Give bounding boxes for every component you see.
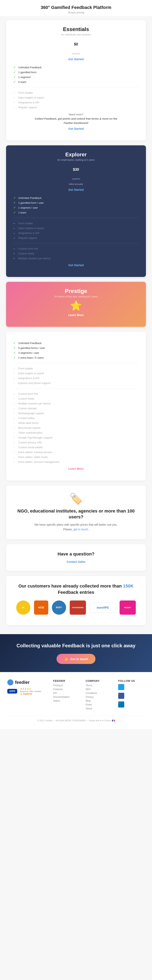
footer-social: 𝕏 f in bbox=[118, 684, 145, 708]
footer-nda-link[interactable]: NDA bbox=[86, 688, 112, 691]
feature-item: –White label forms bbox=[13, 420, 139, 425]
explorer-unchecked-features: –Form builder –Data insights & export –I… bbox=[13, 221, 139, 240]
feature-item: –Custom email details bbox=[13, 445, 139, 450]
footer-company-col: COMPANY Terms NDA Conditions Privacy Blo… bbox=[86, 679, 112, 711]
feature-item: –Form builder bbox=[13, 366, 139, 371]
dash-icon: – bbox=[13, 417, 17, 420]
dash-icon: – bbox=[13, 91, 17, 94]
check-icon: ✓ bbox=[13, 66, 17, 69]
get-in-touch-link[interactable]: get in touch. bbox=[73, 528, 89, 531]
footer-api-link[interactable]: API bbox=[53, 692, 80, 695]
social-proof-title: Our customers have already collected mor… bbox=[13, 583, 139, 596]
dash-icon: – bbox=[13, 252, 17, 255]
social-proof-section: Our customers have already collected mor… bbox=[6, 576, 146, 625]
dash-icon: – bbox=[13, 436, 17, 439]
footer-terms-link[interactable]: Terms bbox=[86, 684, 112, 687]
copyright-text: © 2021 Feedier — AN AVALAB'AR TRADEMARK … bbox=[37, 719, 115, 722]
footer-about-link[interactable]: About bbox=[86, 707, 112, 710]
footer-privacy-link[interactable]: Privacy bbox=[86, 695, 112, 698]
feature-item: –Express and phone support bbox=[13, 380, 139, 385]
price-symbol: $ bbox=[74, 42, 76, 46]
feature-item: ✓1 gamified form / user bbox=[13, 200, 139, 205]
dash-icon: – bbox=[13, 101, 17, 104]
explorer-subtitle: for small teams, starting at 2 users bbox=[13, 159, 139, 161]
feature-item: –Integrations & API bbox=[13, 375, 139, 380]
review-info: ★★★★★ Based on 100+ reviews ▲ Capterra bbox=[20, 687, 41, 695]
dash-icon: – bbox=[13, 381, 17, 385]
dash-icon: – bbox=[13, 455, 17, 458]
page-header: 360° Gamified Feedback Platform Simple p… bbox=[0, 0, 152, 16]
feature-item: ✓1 extra team / 5 users bbox=[13, 355, 139, 360]
dash-icon: – bbox=[13, 247, 17, 250]
footer-conditions-link[interactable]: Conditions bbox=[86, 692, 112, 695]
check-icon: ✓ bbox=[13, 206, 17, 209]
dash-icon: – bbox=[13, 96, 17, 99]
feature-item: –Multiple answers per device bbox=[13, 256, 139, 261]
logo-body: BODY bbox=[52, 600, 66, 615]
review-score: Based on 100+ reviews bbox=[20, 690, 41, 692]
feature-item: ✓3 segments / user bbox=[13, 350, 139, 355]
dash-icon: – bbox=[13, 257, 17, 260]
get-in-touch-button[interactable]: 👋 Get in touch bbox=[57, 654, 95, 664]
dash-icon: – bbox=[13, 450, 17, 454]
logo-text: feedier bbox=[15, 680, 30, 685]
footer-blog-link[interactable]: Blog bbox=[86, 699, 112, 702]
price-symbol: $ bbox=[73, 167, 75, 172]
feature-item: –Custom domain bbox=[13, 406, 139, 411]
footer-pricing-link[interactable]: Pricing & bbox=[53, 684, 80, 687]
ngo-icon: 🏷️ bbox=[13, 493, 139, 505]
capterra-label: ▲ Capterra bbox=[20, 692, 41, 695]
explorer-cta-top[interactable]: Get Started bbox=[13, 188, 139, 191]
stars: ★★★★★ bbox=[20, 687, 41, 690]
dash-icon: – bbox=[13, 377, 17, 380]
feature-item: –Multilanguage support bbox=[13, 411, 139, 415]
dash-icon: – bbox=[13, 367, 17, 370]
explorer-title: Explorer bbox=[13, 151, 139, 158]
essentials-price: $0 bbox=[13, 39, 139, 51]
linkedin-link[interactable]: in bbox=[118, 702, 124, 708]
cta-title: Collecting valuable Feedback is just one… bbox=[7, 642, 145, 649]
facebook-link[interactable]: f bbox=[118, 693, 124, 699]
twitter-link[interactable]: 𝕏 bbox=[118, 684, 124, 690]
footer-status-link[interactable]: Status bbox=[53, 699, 80, 702]
feature-item: –Regular support bbox=[13, 105, 139, 110]
essentials-subtitle: for individuals and students bbox=[13, 33, 139, 36]
footer-feedier-col: FEEDIER Pricing & Features API Documenta… bbox=[53, 679, 80, 711]
feature-item: –Custom fields bbox=[13, 396, 139, 401]
essentials-cta-bottom[interactable]: Get Started bbox=[13, 127, 139, 130]
footer-follow-title: FOLLOW US bbox=[118, 679, 145, 682]
dash-icon: – bbox=[13, 231, 17, 235]
essentials-period: user/mo bbox=[13, 52, 139, 55]
footer-features-link[interactable]: Features bbox=[53, 688, 80, 691]
feature-item: ✓1 segment bbox=[13, 75, 139, 80]
check-icon: ✓ bbox=[13, 211, 17, 214]
prestige-features-card: ✓Unlimited Feedback ✓5 gamified forms / … bbox=[6, 332, 146, 480]
check-icon: ✓ bbox=[13, 75, 17, 79]
footer-bottom: © 2021 Feedier — AN AVALAB'AR TRADEMARK … bbox=[7, 716, 145, 722]
check-icon: ✓ bbox=[13, 341, 17, 345]
page-title: 360° Gamified Feedback Platform bbox=[4, 5, 148, 10]
footer-rules-link[interactable]: Rules bbox=[86, 703, 112, 706]
explorer-cta-bottom[interactable]: Get Started bbox=[13, 264, 139, 267]
feature-item: –Custom fields bbox=[13, 251, 139, 256]
essentials-cta-top[interactable]: Get Started bbox=[13, 57, 139, 61]
logo-riodet: RIODET bbox=[120, 600, 136, 615]
dash-icon: – bbox=[13, 421, 17, 425]
contact-sales-link[interactable]: Contact Sales bbox=[66, 560, 86, 563]
essentials-unchecked-features: –Form builder –Data insights & export –I… bbox=[13, 90, 139, 110]
cta-button-label: Get in touch bbox=[70, 657, 88, 661]
footer-follow-col: FOLLOW US 𝕏 f in bbox=[118, 679, 145, 711]
prestige-cta-top[interactable]: Learn More bbox=[13, 313, 139, 317]
feature-item: –Content editor bbox=[13, 415, 139, 420]
check-icon: ✓ bbox=[13, 70, 17, 74]
footer-documentation-link[interactable]: Documentation bbox=[53, 695, 80, 698]
question-section: Have a question? Contact Sales bbox=[6, 544, 146, 571]
dash-icon: – bbox=[13, 426, 17, 430]
prestige-cta-bottom[interactable]: Learn More bbox=[13, 467, 139, 470]
ngo-title: NGO, educational institutes, agencies or… bbox=[13, 508, 139, 520]
gdpr-badge: GDPR bbox=[7, 689, 17, 694]
check-icon: ✓ bbox=[13, 196, 17, 199]
feature-item: –Data insights & export bbox=[13, 95, 139, 100]
dash-icon: – bbox=[13, 392, 17, 395]
feature-item: –Extra addon: account management bbox=[13, 460, 139, 464]
